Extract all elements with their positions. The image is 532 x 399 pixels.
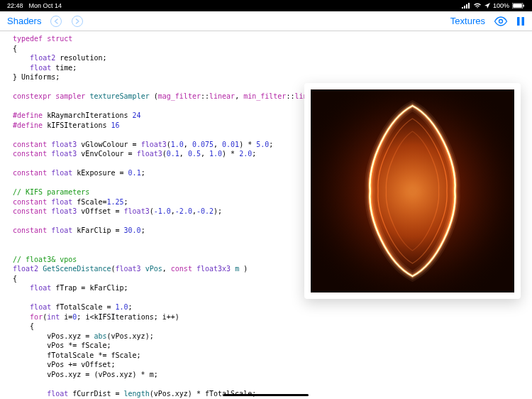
preview-panel[interactable] — [304, 83, 521, 299]
status-bar: 22:48 Mon Oct 14 100% — [0, 0, 532, 11]
svg-rect-6 — [523, 5, 525, 7]
svg-rect-11 — [522, 17, 525, 26]
content-area: typedef struct{ float2 resolution; float… — [0, 31, 532, 399]
svg-rect-1 — [464, 6, 465, 9]
svg-rect-3 — [468, 3, 470, 9]
svg-point-7 — [51, 16, 62, 26]
svg-rect-0 — [462, 7, 463, 9]
svg-rect-5 — [513, 4, 522, 8]
status-battery: 100% — [493, 2, 509, 9]
location-icon — [484, 3, 490, 9]
status-date: Mon Oct 14 — [29, 2, 62, 9]
svg-rect-10 — [517, 17, 520, 26]
toolbar: Shaders Textures — [0, 11, 532, 31]
wifi-icon — [473, 3, 482, 9]
svg-rect-2 — [466, 4, 467, 9]
pause-icon[interactable] — [516, 16, 525, 26]
eye-icon[interactable] — [494, 16, 508, 26]
undo-icon — [50, 15, 62, 28]
battery-icon — [512, 3, 525, 9]
signal-icon — [462, 3, 470, 9]
textures-button[interactable]: Textures — [450, 16, 485, 26]
shader-preview-canvas — [311, 89, 514, 293]
svg-point-8 — [72, 16, 83, 26]
shaders-button[interactable]: Shaders — [7, 16, 41, 26]
redo-icon — [71, 15, 84, 28]
svg-point-9 — [499, 19, 503, 23]
status-time: 22:48 — [7, 2, 23, 9]
home-indicator[interactable] — [223, 394, 309, 396]
